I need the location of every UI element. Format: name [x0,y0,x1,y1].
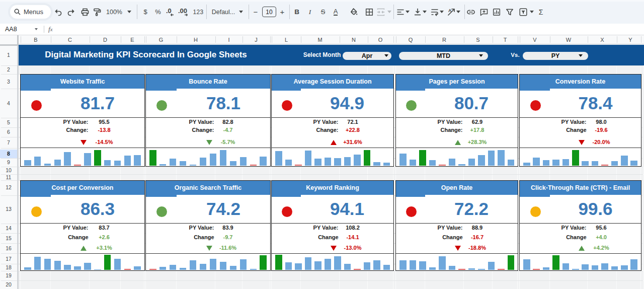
svg-text:.00: .00 [178,7,187,15]
svg-text:.0: .0 [166,7,172,15]
svg-text:A: A [448,8,452,13]
